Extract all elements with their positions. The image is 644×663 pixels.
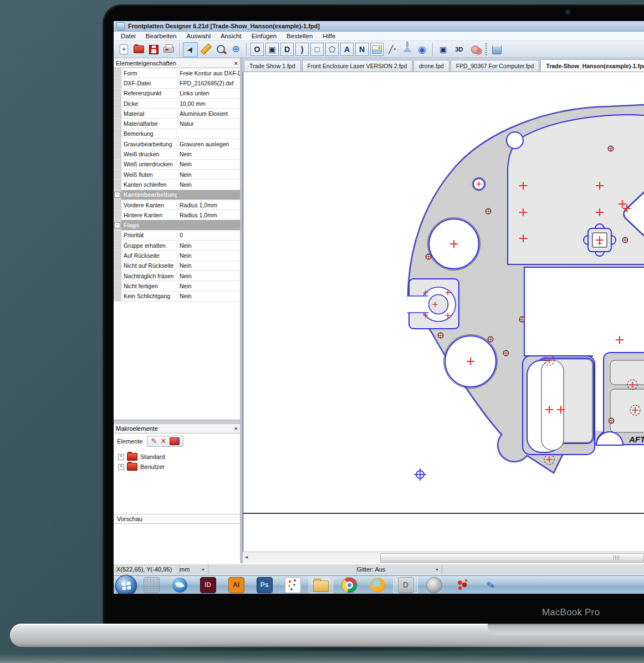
panel-tool-button[interactable]: ▣ — [436, 43, 450, 57]
window-titlebar[interactable]: Frontplatten Designer 6.21d [Trade-Show_… — [114, 21, 644, 32]
properties-panel-title: Elementeigenschaften — [116, 60, 176, 67]
property-row[interactable]: Vordere Kanten Radius 1,0mm — [114, 200, 240, 210]
arc-tool-button[interactable]: ) — [295, 43, 309, 56]
properties-close-icon[interactable]: × — [234, 60, 238, 67]
taskbar-sphere-app[interactable] — [422, 577, 446, 593]
taskbar-pen-app[interactable]: ✎ — [478, 577, 503, 593]
spline-tool-button[interactable]: N — [355, 43, 369, 56]
grid-selector[interactable]: Gitter: Aus ▼ — [354, 565, 442, 574]
property-value: Nein — [177, 151, 240, 157]
property-row[interactable]: − Flags — [114, 220, 240, 230]
property-row[interactable]: Bemerkung — [114, 129, 240, 139]
zoom-tool-button[interactable] — [214, 42, 228, 56]
drawing-canvas[interactable]: AFT — [243, 72, 644, 552]
halfround-tool-button[interactable]: D — [280, 43, 294, 56]
drill-tool-button[interactable]: ◉ — [415, 43, 429, 57]
property-label: Kantenbearbeitung — [121, 191, 177, 198]
scrollbar-thumb[interactable] — [380, 553, 644, 563]
property-row[interactable]: − Kantenbearbeitung — [114, 190, 240, 200]
document-tab[interactable]: FPD_90367 For Computer.fpd — [451, 60, 540, 72]
open-file-button[interactable] — [132, 43, 146, 57]
taskbar-illustrator[interactable]: Ai — [224, 577, 248, 593]
property-row[interactable]: Gruppe erhalten Nein — [114, 241, 240, 251]
menu-item[interactable]: Auswahl — [181, 33, 215, 39]
new-file-button[interactable]: + — [117, 43, 131, 57]
image-tool-button[interactable] — [370, 43, 384, 56]
edit-macro-icon[interactable]: ✎ — [151, 437, 157, 445]
taskbar-calculator[interactable] — [139, 577, 163, 593]
document-tab[interactable]: Trade-Show_Hanson(example)-1.fpd × — [540, 59, 644, 72]
tree-item-label: Standard — [140, 453, 165, 460]
cube-3d-button[interactable] — [490, 43, 504, 57]
property-row[interactable]: Kein Schlichtgang Nein — [114, 292, 240, 302]
property-row[interactable]: Priorität 0 — [114, 231, 240, 241]
property-row[interactable]: Nachträglich fräsen Nein — [114, 271, 240, 281]
measure-tool-button[interactable] — [199, 42, 213, 56]
property-row[interactable]: Material Aluminium Eloxiert — [114, 109, 240, 119]
taskbar-color-app[interactable] — [280, 577, 305, 593]
horizontal-scrollbar[interactable]: ◄ — [243, 552, 644, 564]
property-row[interactable]: Auf Rückseite Nein — [114, 251, 240, 261]
taskbar-red-app[interactable] — [450, 577, 474, 593]
property-row[interactable]: Weiß unterdrucken Nein — [114, 160, 240, 170]
add-folder-icon[interactable]: + — [170, 437, 180, 445]
menu-bar: Datei Bearbeiten Auswahl Ansicht Einfüge… — [114, 32, 644, 41]
property-row[interactable]: DXF-Datei FPD_2162695(2).dxf — [114, 78, 240, 88]
menu-item[interactable]: Bestellen — [282, 33, 318, 39]
taskbar-explorer-folder[interactable] — [309, 577, 333, 593]
unit-selector[interactable]: mm ▼ — [177, 565, 208, 574]
tab-label: FPD_90367 For Computer.fpd — [456, 63, 534, 69]
expand-icon[interactable]: + — [118, 454, 124, 460]
elements-label: Elemente — [117, 438, 142, 445]
taskbar-thunderbird[interactable] — [167, 577, 192, 593]
taskbar-designer-app[interactable]: D — [393, 577, 418, 593]
view-3d-button[interactable]: 3D — [452, 43, 466, 57]
property-row[interactable]: Nicht auf Rückseite Nein — [114, 261, 240, 271]
property-row[interactable]: Weiß drucken Nein — [114, 149, 240, 159]
line-tool-button[interactable]: ╱ ▾ — [385, 43, 399, 57]
polygon-tool-button[interactable]: ⬠ — [325, 43, 339, 56]
document-tab[interactable]: drone.fpd — [413, 60, 449, 72]
menu-item[interactable]: Ansicht — [216, 33, 247, 39]
select-tool-button[interactable]: ➤ — [183, 42, 198, 57]
unit-value: mm — [180, 566, 190, 573]
square-tool-button[interactable]: □ — [310, 43, 324, 56]
tree-item[interactable]: + Benutzer — [116, 462, 238, 472]
row-gutter — [114, 292, 121, 301]
property-row[interactable]: Nicht fertigen Nein — [114, 281, 240, 291]
document-tab[interactable]: Trade Show 1.fpd — [244, 60, 301, 72]
delete-macro-icon[interactable]: ✕ — [160, 437, 166, 445]
property-row[interactable]: Referenzpunkt Links unten — [114, 89, 240, 99]
menu-item[interactable]: Bearbeiten — [141, 33, 182, 39]
taskbar-photoshop[interactable]: Ps — [252, 577, 277, 593]
rectangle-tool-button[interactable]: ▣ — [265, 43, 279, 56]
property-row[interactable]: Weiß fluten Nein — [114, 170, 240, 180]
print-button[interactable] — [162, 43, 176, 57]
taskbar-indesign[interactable]: ID — [196, 577, 220, 593]
tree-item[interactable]: + Standard — [116, 452, 238, 462]
document-tab[interactable]: Front Enclosure Laser VERSION 2.fpd — [302, 60, 413, 72]
start-button[interactable] — [115, 575, 137, 594]
property-row[interactable]: Materialfarbe Natur — [114, 119, 240, 129]
macro-close-icon[interactable]: × — [234, 425, 238, 432]
property-row[interactable]: Gravurbearbeitung Gravuren auslegen — [114, 139, 240, 149]
property-row[interactable]: Hintere Kanten Radius 1,0mm — [114, 210, 240, 220]
property-row[interactable]: Dicke 10,00 mm — [114, 99, 240, 109]
property-value: Nein — [177, 181, 240, 188]
mill-tool-button[interactable] — [400, 43, 414, 57]
text-tool-button[interactable]: A — [340, 43, 354, 56]
property-row[interactable]: Form Freie Kontur aus DXF-Dat — [114, 68, 240, 78]
taskbar-chrome[interactable] — [337, 577, 361, 593]
ellipse-tool-button[interactable]: O — [251, 43, 264, 56]
menu-item[interactable]: Hilfe — [318, 33, 340, 39]
price-button[interactable] — [468, 43, 482, 57]
taskbar-firefox[interactable] — [365, 577, 390, 593]
property-label: Priorität — [121, 232, 177, 238]
property-row[interactable]: Kanten schleifen Nein — [114, 180, 240, 190]
menu-item[interactable]: Datei — [116, 33, 141, 39]
center-tool-button[interactable]: ⊕ — [229, 42, 243, 56]
expand-icon[interactable]: + — [118, 464, 124, 470]
scroll-left-icon[interactable]: ◄ — [244, 554, 249, 560]
save-file-button[interactable] — [147, 43, 161, 57]
menu-item[interactable]: Einfügen — [247, 33, 282, 39]
